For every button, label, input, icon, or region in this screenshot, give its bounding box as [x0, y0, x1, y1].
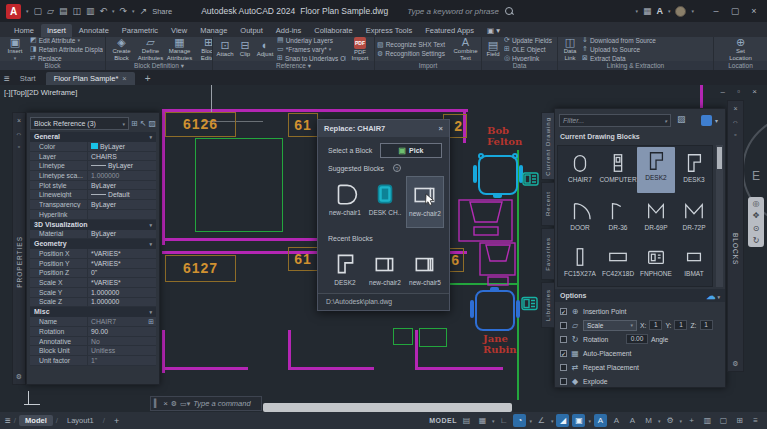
command-input[interactable]: Type a command [193, 399, 250, 408]
phone-block[interactable] [521, 295, 539, 312]
block-item-desk2-selected[interactable]: DESK2 [637, 147, 675, 193]
workspace-icon[interactable]: M [642, 414, 655, 427]
isolate-objects-icon[interactable]: ▥ [701, 414, 714, 427]
viewport-window-buttons[interactable]: – ▫ × [721, 87, 762, 96]
insert-options-icon[interactable] [701, 115, 712, 126]
property-row[interactable]: TransparencyByLayer [30, 200, 156, 210]
properties-pin-icon[interactable]: ▫ [18, 142, 20, 151]
scale-z-input[interactable]: 1 [700, 320, 713, 330]
command-tools-icon[interactable]: ⚙ [171, 400, 177, 408]
property-row[interactable]: Block UnitUnitless [30, 346, 156, 356]
gear-caret-icon[interactable]: ▾ [679, 418, 682, 424]
property-row[interactable]: NameCHAIR7⊞ [30, 317, 156, 327]
tab-manage[interactable]: Manage [194, 24, 233, 37]
clean-screen-icon[interactable]: ⊞ [733, 414, 746, 427]
blocks-settings-icon[interactable]: ⚙ [732, 359, 738, 368]
repeat-placement-checkbox[interactable] [560, 364, 567, 371]
grid-display-icon[interactable]: ▤ [460, 414, 473, 427]
block-item-computer[interactable]: COMPUTER [599, 149, 637, 183]
panel-name-reference[interactable]: Reference ▾ [213, 61, 374, 70]
snap-caret-icon[interactable]: ▾ [492, 418, 495, 424]
tab-addins[interactable]: Add-ins [270, 24, 307, 37]
open-folder-icon[interactable]: ▱ [47, 0, 54, 22]
block-item-ibmat[interactable]: IBMAT [675, 243, 713, 277]
panel-name-data[interactable]: Data [482, 61, 557, 70]
osnap-caret-icon[interactable]: ▾ [588, 418, 591, 424]
new-layout-button[interactable]: + [108, 415, 125, 427]
panel-name-block[interactable]: Block [0, 61, 105, 70]
option-insertion-point[interactable]: ⊕Insertion Point [560, 305, 721, 317]
layout-menu-icon[interactable]: ≡ [5, 414, 11, 427]
save-as-icon[interactable]: ◫ [72, 0, 81, 22]
block-table-icon[interactable]: ⊞ [148, 318, 154, 326]
maximize-button[interactable]: ▢ [728, 6, 742, 16]
tab-insert[interactable]: Insert [41, 24, 72, 37]
combine-text-button[interactable]: ACombine Text [452, 37, 479, 61]
tab-overflow-icon[interactable]: ▣ ▾ [481, 24, 506, 37]
block-item-desk3[interactable]: DESK3 [675, 149, 713, 183]
snap-to-underlays-button[interactable]: ⊞Snap to Underlays ON▾ [277, 54, 346, 61]
account-caret-icon[interactable]: ▾ [668, 8, 671, 14]
palette-menu-caret-icon[interactable]: ▾ [715, 117, 718, 124]
blocks-palette-title[interactable]: BLOCKS [732, 233, 739, 265]
osnap-tracking-icon[interactable]: ◢ [556, 414, 569, 427]
section-misc[interactable]: Misc▾ [30, 307, 156, 317]
cloud-sync-icon[interactable]: ☁ [707, 291, 716, 301]
viewport-controls[interactable]: [-][Top][2D Wireframe] [4, 88, 77, 97]
suggested-block-new-chair2[interactable]: new-chair2 [406, 176, 444, 228]
occupant-name-text[interactable]: BobFelton [487, 125, 522, 147]
chair-block[interactable] [478, 155, 518, 195]
option-explode[interactable]: ◆Explode [560, 375, 721, 387]
download-from-source-button[interactable]: ⇓Download from Source [582, 37, 656, 44]
phone-block[interactable] [522, 171, 540, 187]
blocks-tab-current-drawing[interactable]: Current Drawing [541, 112, 554, 180]
edit-attribute-button[interactable]: ◩Edit Attribute▾ [30, 37, 103, 44]
snap-mode-icon[interactable]: ▦ [476, 414, 489, 427]
frames-vary-button[interactable]: ▭*Frames vary*▾ [277, 45, 346, 53]
help-icon[interactable]: ? [393, 164, 401, 172]
redo-icon[interactable]: ↷ [120, 0, 128, 22]
panel-name-import[interactable]: Import [375, 61, 481, 70]
manage-attributes-button[interactable]: ▦Manage Attributes [166, 37, 193, 61]
redo-caret-icon[interactable]: ▾ [132, 8, 135, 14]
property-row[interactable]: ColorByLayer [30, 142, 156, 152]
navigation-bar[interactable]: ◎ ✥ ⊙ ↻ [748, 197, 764, 247]
block-item-dr69p[interactable]: DR-69P [637, 197, 675, 231]
suggested-block-new-chair1[interactable]: new-chair1 [326, 176, 364, 228]
property-row[interactable]: AnnotativeNo [30, 337, 156, 347]
command-line[interactable]: ▍ × ⚙ ▭▾ Type a command [150, 396, 262, 411]
customize-menu-icon[interactable]: ≡ [749, 414, 762, 427]
room-label[interactable]: 6126 [165, 112, 236, 137]
property-row[interactable]: Position X*VARIES* [30, 249, 156, 259]
pdf-import-button[interactable]: PDFPDF Import [348, 37, 372, 61]
property-row[interactable]: Plot styleByLayer [30, 181, 156, 191]
blocks-tab-libraries[interactable]: Libraries [541, 282, 554, 328]
computer-block[interactable] [479, 242, 517, 287]
autocad-logo[interactable]: A [6, 4, 21, 19]
command-grip-icon[interactable]: ▍ [154, 399, 160, 408]
property-row[interactable]: Position Y*VARIES* [30, 259, 156, 269]
compass-east-label[interactable]: E [752, 169, 760, 183]
option-auto-placement[interactable]: ▦Auto-Placement [560, 347, 721, 359]
chair-block[interactable] [475, 290, 515, 331]
block-item-fnphone[interactable]: FNPHONE [637, 243, 675, 277]
hardware-acceleration-icon[interactable]: ▢ [717, 414, 730, 427]
blocks-close-icon[interactable]: × [733, 104, 737, 113]
ole-object-button[interactable]: ⊞OLE Object [504, 45, 552, 53]
autoscale-icon[interactable]: A [610, 414, 623, 427]
section-3d-visualization[interactable]: 3D Visualization▾ [30, 220, 156, 230]
property-row[interactable]: Scale Z1.000000 [30, 298, 156, 308]
panel-name-linking[interactable]: Linking & Extraction [558, 61, 713, 70]
block-item-chair7[interactable]: CHAIR7 [561, 149, 599, 183]
close-button[interactable]: × [747, 6, 761, 16]
block-item-fc15x27a[interactable]: FC15X27A [561, 243, 599, 277]
file-tabs-menu-icon[interactable]: ≡ [4, 72, 10, 85]
recent-block-new-chair5[interactable]: new-chair5 [406, 246, 444, 298]
adjust-button[interactable]: ◐Adjust [255, 40, 275, 58]
tab-collaborate[interactable]: Collaborate [308, 24, 358, 37]
object-snap-icon[interactable]: ▣ [572, 414, 585, 427]
property-row[interactable]: Linetype sca...1.000000 [30, 171, 156, 181]
extract-data-button[interactable]: ⊠Extract Data [582, 54, 656, 61]
search-input[interactable]: Type a keyword or phrase [407, 7, 499, 16]
panel-name-location[interactable]: Location [714, 61, 767, 70]
